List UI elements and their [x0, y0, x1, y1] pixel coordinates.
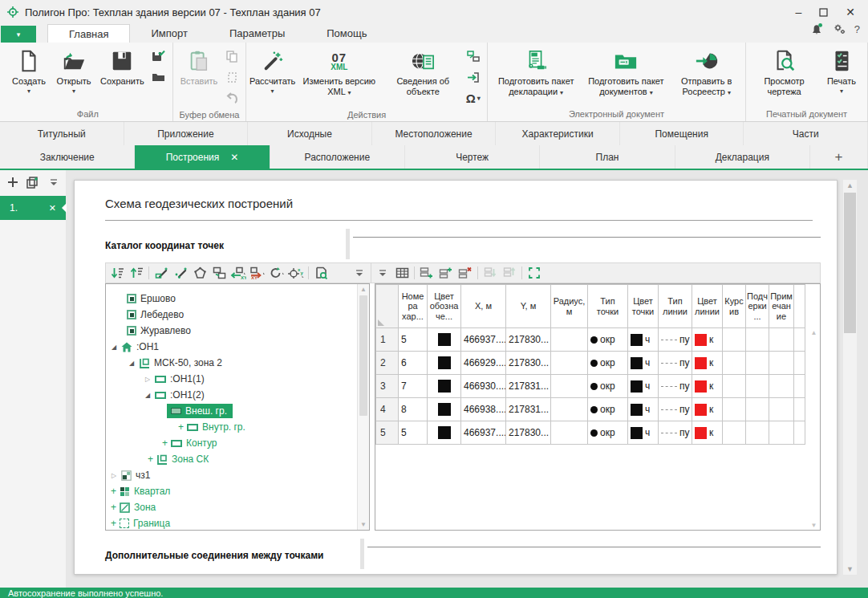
- change-xml-version-button[interactable]: 07XML Изменить версию XML ▾: [295, 45, 383, 99]
- print-button[interactable]: Печать ▾: [819, 45, 864, 96]
- rotate-icon[interactable]: [268, 265, 286, 281]
- move-row-down-icon[interactable]: [481, 265, 499, 281]
- move-row-up-icon[interactable]: [501, 265, 518, 281]
- create-button[interactable]: Создать ▾: [6, 45, 51, 96]
- tree-item-chz1[interactable]: ▷ чз1: [106, 467, 369, 483]
- mark-color-swatch[interactable]: [438, 356, 451, 369]
- save-button[interactable]: Сохранить: [96, 45, 148, 88]
- tree-item-kvartal[interactable]: + Квартал: [106, 483, 369, 499]
- preview-scheme-icon[interactable]: [312, 265, 330, 281]
- tree-item-granitsa[interactable]: + Граница: [106, 515, 369, 531]
- selected-tree-item[interactable]: Внеш. гр.: [167, 404, 233, 418]
- mark-color-swatch[interactable]: [438, 426, 451, 439]
- col-header-line-color[interactable]: Цвет линии: [692, 285, 723, 328]
- col-header-numbers[interactable]: Номера хар...: [399, 285, 428, 328]
- doc-tab-chertezh[interactable]: Чертеж: [405, 145, 540, 169]
- add-row-icon[interactable]: [418, 265, 436, 281]
- tree-item-msk50[interactable]: ◢ МСК-50, зона 2: [106, 355, 369, 371]
- table-row[interactable]: 5 5 466937.... 217830... окр ч пу к: [376, 421, 805, 445]
- import-object-icon[interactable]: [464, 69, 482, 85]
- tree-item-lebedevo[interactable]: Лебедево: [106, 307, 369, 323]
- delete-row-icon[interactable]: [456, 265, 474, 281]
- menu-tab-parametry[interactable]: Параметры: [209, 24, 306, 43]
- menu-tab-pomosch[interactable]: Помощь: [306, 24, 387, 43]
- number-points-wand-icon[interactable]: [172, 265, 189, 281]
- import-xy-icon[interactable]: XY: [229, 265, 247, 281]
- copy-page-button[interactable]: [26, 175, 39, 189]
- expander-closed-icon[interactable]: ▷: [143, 376, 152, 383]
- paste-button[interactable]: Вставить: [176, 45, 222, 88]
- doc-tab-pomescheniya[interactable]: Помещения: [620, 122, 744, 145]
- col-header-underline[interactable]: Подчерки...: [746, 285, 769, 328]
- col-header-note[interactable]: Примечание: [769, 285, 794, 328]
- col-header-line-type[interactable]: Тип линии: [659, 285, 692, 328]
- col-header-y[interactable]: Y, м: [506, 285, 551, 328]
- maximize-button[interactable]: [819, 8, 828, 17]
- add-tab-button[interactable]: +: [810, 145, 868, 169]
- tree-item-ershovo[interactable]: Ершово: [106, 291, 369, 307]
- settings-gears-icon[interactable]: [832, 22, 846, 35]
- menu-tab-glavnaya[interactable]: Главная: [47, 24, 130, 43]
- doc-tab-raspolozhenie[interactable]: Расположение: [270, 145, 405, 169]
- table-corner-cell[interactable]: [376, 285, 399, 328]
- doc-tab-ishodnye[interactable]: Исходные: [248, 122, 372, 145]
- tree-item-on1[interactable]: ◢ :ОН1: [106, 339, 369, 355]
- tree-item-zona-sk[interactable]: + Зона СК: [106, 451, 369, 467]
- notifications-bell-icon[interactable]: [810, 22, 824, 35]
- calc-contour-wand-icon[interactable]: [152, 265, 170, 281]
- sidebar-overflow-icon[interactable]: [47, 175, 59, 189]
- copy-structure-icon[interactable]: [210, 265, 228, 281]
- table-row[interactable]: 1 5 466937.... 217830... окр ч пу к: [376, 328, 805, 352]
- catalog-field[interactable]: [353, 237, 821, 259]
- col-header-mark-color[interactable]: Цвет обозначе...: [428, 285, 461, 328]
- menu-tab-import[interactable]: Импорт: [130, 24, 208, 43]
- omega-symbols-button[interactable]: Ω▾: [466, 92, 481, 105]
- tree-scrollbar[interactable]: ▲ ▼: [357, 284, 369, 530]
- splitter[interactable]: [346, 229, 350, 259]
- calculate-button[interactable]: Рассчитать ▾: [249, 45, 295, 96]
- minimize-button[interactable]: –: [795, 6, 801, 18]
- expander-open-icon[interactable]: ◢: [109, 344, 119, 351]
- insert-row-icon[interactable]: [437, 265, 455, 281]
- open-recent-folder-icon[interactable]: [150, 69, 168, 85]
- sort-ascending-icon[interactable]: [128, 265, 145, 281]
- close-button[interactable]: ✕: [846, 6, 855, 18]
- col-header-x[interactable]: X, м: [461, 285, 506, 328]
- tree-item-vnesh-gr[interactable]: Внеш. гр.: [106, 403, 369, 419]
- col-header-point-color[interactable]: Цвет точки: [628, 285, 659, 328]
- table-scrollbar[interactable]: ▲ ▼: [808, 329, 820, 529]
- paste-special-icon[interactable]: [223, 69, 241, 85]
- mark-color-swatch[interactable]: [438, 380, 451, 393]
- doc-tab-plan[interactable]: План: [540, 145, 675, 169]
- table-view-icon[interactable]: [393, 265, 411, 281]
- doc-tab-mestopolozhenie[interactable]: Местоположение: [372, 122, 497, 145]
- app-menu-button[interactable]: ▾: [1, 26, 36, 43]
- help-icon[interactable]: ?: [854, 23, 860, 35]
- axes-position-icon[interactable]: xy: [287, 265, 305, 281]
- main-scrollbar[interactable]: ▲ ▼: [843, 180, 857, 575]
- tree-item-on1-2[interactable]: ◢ :ОН1(2): [106, 387, 369, 403]
- col-header-radius[interactable]: Радиус, м: [551, 285, 588, 328]
- page-tab-1[interactable]: 1. ✕: [0, 196, 66, 220]
- expander-open-icon[interactable]: ◢: [143, 392, 152, 399]
- copy-icon[interactable]: [223, 48, 241, 64]
- scroll-down-icon[interactable]: ▼: [808, 522, 820, 529]
- object-info-button[interactable]: Сведения об объекте: [383, 45, 463, 99]
- doc-tab-chasti[interactable]: Части: [744, 122, 868, 145]
- table-row[interactable]: 4 8 466938.... 217831... окр ч пу к: [376, 398, 805, 421]
- structure-nodes-icon[interactable]: [464, 48, 482, 64]
- polygon-icon[interactable]: [191, 265, 209, 281]
- mark-color-swatch[interactable]: [438, 403, 451, 416]
- sort-descending-icon[interactable]: [108, 265, 126, 281]
- tab-close-icon[interactable]: ✕: [230, 152, 238, 163]
- tree-toolbar-overflow-icon[interactable]: [351, 265, 368, 281]
- prepare-declaration-package-button[interactable]: Подготовить пакет декларации ▾: [491, 45, 582, 99]
- connections-field[interactable]: [367, 547, 821, 569]
- mark-color-swatch[interactable]: [438, 333, 451, 346]
- tree-item-vnutr-gr[interactable]: + Внутр. гр.: [106, 419, 369, 435]
- tree-item-kontur[interactable]: + Контур: [106, 435, 369, 451]
- undo-icon[interactable]: [223, 90, 241, 106]
- splitter[interactable]: [360, 539, 364, 569]
- tree-item-zona[interactable]: + Зона: [106, 499, 369, 515]
- tree-item-on1-1[interactable]: ▷ :ОН1(1): [106, 371, 369, 387]
